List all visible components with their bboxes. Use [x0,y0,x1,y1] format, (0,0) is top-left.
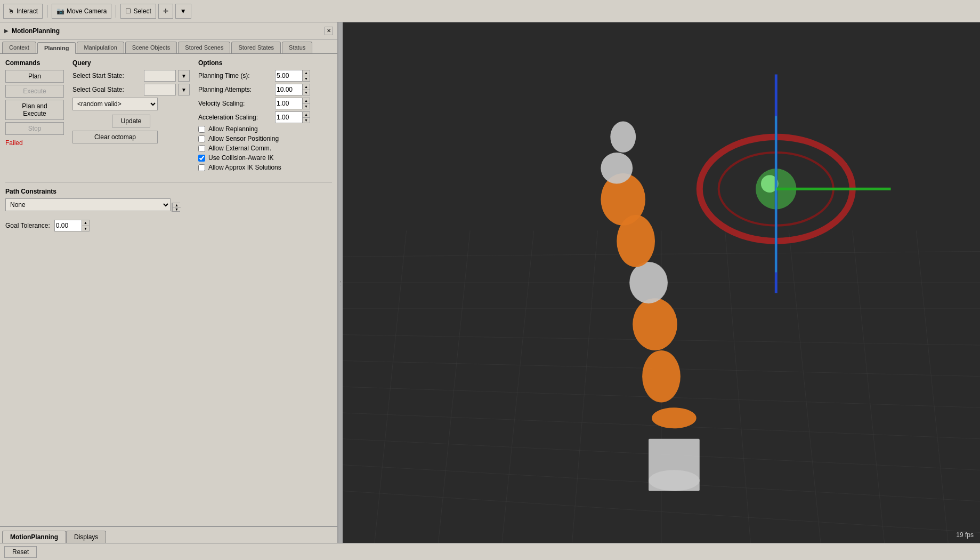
constraint-spin-down[interactable]: ▼ [172,207,181,211]
velocity-scaling-down[interactable]: ▼ [302,104,310,109]
velocity-scaling-input[interactable] [276,98,302,109]
use-collision-aware-ik-row: Use Collision-Aware IK [198,154,321,162]
update-row: Update [72,113,190,127]
acceleration-scaling-down[interactable]: ▼ [302,118,310,123]
svg-point-23 [642,350,681,403]
update-button[interactable]: Update [112,115,151,127]
panel-close-button[interactable]: ✕ [325,27,333,35]
path-constraint-select-row: None ▲ ▼ [5,198,332,215]
planning-attempts-spin-buttons: ▲ ▼ [302,84,310,95]
planning-time-up[interactable]: ▲ [302,70,310,76]
use-collision-aware-ik-checkbox[interactable] [198,155,205,162]
interact-label: Interact [17,7,38,15]
acceleration-scaling-spin-buttons: ▲ ▼ [302,112,310,123]
options-column: Options Planning Time (s): ▲ ▼ [198,59,321,173]
planning-attempts-up[interactable]: ▲ [302,84,310,90]
planning-time-row: Planning Time (s): ▲ ▼ [198,70,321,82]
allow-external-comm-row: Allow External Comm. [198,145,321,152]
tabs-bar: Context Planning Manipulation Scene Obje… [0,39,337,54]
planning-time-down[interactable]: ▼ [302,76,310,82]
acceleration-scaling-row: Acceleration Scaling: ▲ ▼ [198,111,321,123]
goal-tolerance-spin-buttons: ▲ ▼ [82,220,89,231]
svg-point-29 [610,121,636,153]
allow-external-comm-checkbox[interactable] [198,145,205,152]
svg-point-24 [633,298,677,350]
goal-tolerance-down[interactable]: ▼ [82,226,89,231]
allow-approx-ik-row: Allow Approx IK Solutions [198,164,321,171]
svg-point-25 [629,262,668,303]
tab-manipulation[interactable]: Manipulation [77,42,124,53]
acceleration-scaling-spinner: ▲ ▼ [275,111,310,123]
commands-title: Commands [5,59,64,67]
velocity-scaling-up[interactable]: ▲ [302,98,310,104]
select-button[interactable]: ☐ Select [120,4,156,19]
planning-attempts-down[interactable]: ▼ [302,90,310,95]
viewport[interactable]: 19 fps [343,22,980,543]
select-checkbox-icon: ☐ [125,7,131,15]
resize-handle[interactable]: ⋮ [338,22,343,543]
tab-planning[interactable]: Planning [37,42,76,54]
velocity-scaling-spin-buttons: ▲ ▼ [302,98,310,109]
tab-context[interactable]: Context [2,42,36,53]
toolbar-separator-2 [116,5,116,18]
reset-button[interactable]: Reset [4,546,37,558]
arrow-dropdown-button[interactable]: ▼ [175,4,191,19]
toolbar-separator [47,5,47,18]
start-state-arrow[interactable]: ▼ [178,70,190,82]
bottom-tab-displays[interactable]: Displays [66,531,106,543]
allow-sensor-positioning-checkbox[interactable] [198,135,205,142]
commands-column: Commands Plan Execute Plan and Execute S… [5,59,64,173]
plan-button[interactable]: Plan [5,70,64,83]
plan-execute-button[interactable]: Plan and Execute [5,100,64,120]
goal-tolerance-input[interactable] [55,220,82,231]
planning-main-row: Commands Plan Execute Plan and Execute S… [5,59,332,173]
goal-tolerance-spinner: ▲ ▼ [54,220,90,231]
planning-time-input[interactable] [276,70,302,81]
random-valid-select[interactable]: <random valid> [72,98,158,110]
stop-button[interactable]: Stop [5,122,64,135]
move-button[interactable]: ✛ [158,4,173,19]
move-camera-icon: 📷 [56,7,64,15]
interact-button[interactable]: 🖱 Interact [3,4,43,19]
tab-stored-states[interactable]: Stored States [231,42,281,53]
velocity-scaling-spinner: ▲ ▼ [275,98,310,109]
svg-point-22 [652,407,696,428]
allow-approx-ik-checkbox[interactable] [198,164,205,171]
path-constraints-title: Path Constraints [5,188,332,195]
query-title: Query [72,59,190,67]
path-constraints-section: Path Constraints None ▲ ▼ Goal Tolerance… [5,182,332,231]
allow-replanning-checkbox[interactable] [198,126,205,133]
viewport-grid [343,22,980,543]
planning-panel-content: Commands Plan Execute Plan and Execute S… [0,54,337,526]
planning-time-spin-buttons: ▲ ▼ [302,70,310,81]
svg-rect-21 [649,439,700,491]
fps-label: 19 fps [956,531,974,539]
goal-tolerance-up[interactable]: ▲ [82,220,89,226]
tab-status[interactable]: Status [282,42,312,53]
tab-stored-scenes[interactable]: Stored Scenes [178,42,230,53]
execute-button[interactable]: Execute [5,85,64,98]
move-camera-label: Move Camera [67,7,107,15]
acceleration-scaling-input[interactable] [276,112,302,123]
clear-octomap-button[interactable]: Clear octomap [72,131,158,143]
planning-attempts-spinner: ▲ ▼ [275,84,310,95]
path-constraint-select[interactable]: None [5,198,171,211]
main-area: ▶ MotionPlanning ✕ Context Planning Mani… [0,22,980,543]
allow-sensor-positioning-row: Allow Sensor Positioning [198,135,321,142]
arrow-icon: ▼ [180,7,187,15]
goal-state-arrow[interactable]: ▼ [178,84,190,95]
tab-scene-objects[interactable]: Scene Objects [125,42,177,53]
goal-tolerance-row: Goal Tolerance: ▲ ▼ [5,220,332,231]
constraint-spin-up[interactable]: ▲ [172,203,181,207]
planning-attempts-input[interactable] [276,84,302,95]
goal-state-input[interactable] [144,84,176,95]
bottom-tab-motion-planning[interactable]: MotionPlanning [2,531,66,543]
allow-sensor-positioning-label: Allow Sensor Positioning [208,135,279,142]
move-camera-button[interactable]: 📷 Move Camera [52,4,111,19]
allow-approx-ik-label: Allow Approx IK Solutions [208,164,281,171]
acceleration-scaling-up[interactable]: ▲ [302,112,310,118]
constraint-spin-buttons: ▲ ▼ [172,203,180,212]
left-panel: ▶ MotionPlanning ✕ Context Planning Mani… [0,22,338,543]
start-state-input[interactable] [144,70,176,82]
allow-replanning-label: Allow Replanning [208,125,258,133]
